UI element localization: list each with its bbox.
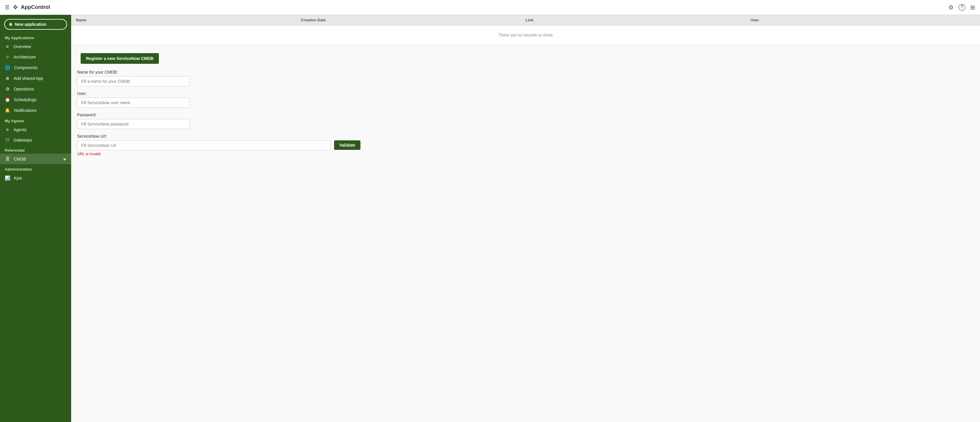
sidebar-item-kpis[interactable]: 📊 Kpis (0, 173, 71, 184)
operations-icon: ⚙ (5, 86, 10, 92)
cmdb-arrow-icon: ▶ (64, 157, 67, 161)
logo: ❖ AppControl (13, 3, 50, 11)
sidebar-item-label: Notifications (14, 108, 37, 113)
sidebar-item-components[interactable]: 🌐 Components (0, 62, 71, 73)
add-shared-app-icon: ⊕ (5, 76, 10, 81)
gateways-icon: 🛡 (5, 137, 10, 142)
notifications-icon: 🔔 (5, 108, 10, 113)
url-label: ServiceNow Url: (77, 134, 974, 139)
sidebar-item-architecture[interactable]: ⊹ Architecture (0, 52, 71, 62)
help-icon[interactable]: ? (958, 4, 966, 11)
sidebar-item-label: Gateways (14, 138, 32, 142)
sidebar: ⊕ New application My Applications ≡ Over… (0, 15, 71, 422)
sidebar-item-label: Kpis (14, 176, 22, 181)
sidebar-item-label: Add shared App (14, 76, 43, 81)
layout: ⊕ New application My Applications ≡ Over… (0, 15, 980, 422)
register-cmdb-button[interactable]: Register a new ServiceNow CMDB (81, 53, 159, 64)
new-app-label: New application (15, 22, 46, 27)
header: ☰ ❖ AppControl ⚙ ? ⊞ (0, 0, 980, 15)
form-section: Register a new ServiceNow CMDB Name for … (71, 45, 980, 168)
cmdb-name-label: Name for your CMDB: (77, 70, 974, 75)
form-group-url: ServiceNow Url: Validate URL is Invalid (77, 134, 974, 156)
form-group-user: User: (77, 91, 974, 108)
table-empty-message: There are no records to show (71, 26, 980, 45)
url-input[interactable] (77, 141, 331, 150)
sidebar-item-label: Schedulings (14, 98, 37, 102)
gear-icon[interactable]: ⚙ (948, 4, 954, 11)
section-my-agents: My Agents (0, 116, 71, 124)
section-my-applications: My Applications (0, 33, 71, 41)
sidebar-item-label: Operations (14, 87, 34, 91)
table-header: Name Creation Date Link User (71, 15, 980, 26)
cmdb-icon: 🗄 (5, 157, 10, 161)
url-error-message: URL is Invalid (77, 152, 974, 156)
new-app-plus-icon: ⊕ (9, 22, 13, 27)
sidebar-item-label: Agents (14, 127, 27, 132)
col-user: User (751, 18, 975, 22)
sidebar-item-notifications[interactable]: 🔔 Notifications (0, 105, 71, 116)
user-label: User: (77, 91, 974, 96)
col-creation-date: Creation Date (301, 18, 526, 22)
components-icon: 🌐 (5, 65, 10, 70)
validate-button[interactable]: Validate (334, 141, 360, 150)
header-right: ⚙ ? ⊞ (948, 4, 975, 11)
sidebar-item-label: Overview (14, 44, 31, 49)
sidebar-item-overview[interactable]: ≡ Overview (0, 41, 71, 52)
logo-icon: ❖ (13, 3, 18, 11)
form-group-password: Password: (77, 112, 974, 129)
app-name: AppControl (21, 4, 50, 10)
url-row: Validate (77, 141, 974, 150)
main-content: Name Creation Date Link User There are n… (71, 15, 980, 422)
sidebar-item-cmdb[interactable]: 🗄 CMDB ▶ (0, 154, 71, 164)
header-left: ☰ ❖ AppControl (5, 3, 50, 11)
sidebar-item-agents[interactable]: ≡ Agents (0, 124, 71, 135)
sidebar-item-add-shared-app[interactable]: ⊕ Add shared App (0, 73, 71, 84)
sidebar-item-gateways[interactable]: 🛡 Gateways (0, 135, 71, 145)
sidebar-item-schedulings[interactable]: ⏰ Schedulings (0, 94, 71, 105)
col-link: Link (526, 18, 751, 22)
cmdb-name-input[interactable] (77, 76, 190, 86)
agents-icon: ≡ (5, 127, 10, 132)
form-body: Name for your CMDB: User: Password: Serv… (71, 64, 980, 168)
sidebar-item-label: CMDB (14, 157, 26, 161)
sidebar-item-label: Architecture (14, 54, 36, 59)
table-container: Name Creation Date Link User There are n… (71, 15, 980, 45)
new-application-button[interactable]: ⊕ New application (4, 19, 67, 30)
sidebar-item-label: Components (14, 65, 37, 70)
section-administration: Administration (0, 164, 71, 173)
col-name: Name (76, 18, 301, 22)
password-label: Password: (77, 112, 974, 117)
password-input[interactable] (77, 119, 190, 129)
schedulings-icon: ⏰ (5, 97, 10, 102)
sidebar-item-operations[interactable]: ⚙ Operations (0, 84, 71, 94)
architecture-icon: ⊹ (5, 54, 10, 60)
overview-icon: ≡ (5, 44, 10, 49)
section-referential: Referential (0, 145, 71, 154)
apps-grid-icon[interactable]: ⊞ (970, 4, 975, 11)
user-input[interactable] (77, 98, 190, 108)
form-group-cmdb-name: Name for your CMDB: (77, 70, 974, 86)
hamburger-icon[interactable]: ☰ (5, 4, 10, 11)
kpis-icon: 📊 (5, 175, 10, 181)
